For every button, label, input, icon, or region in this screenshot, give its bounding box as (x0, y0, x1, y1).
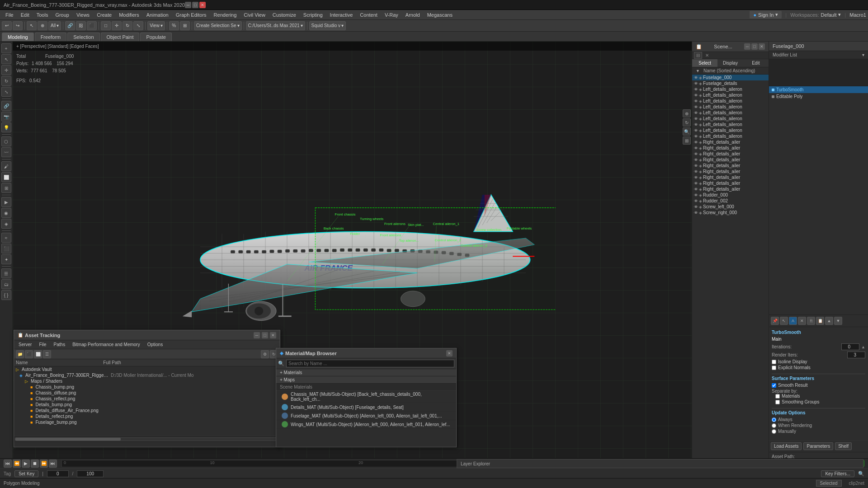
bind-button[interactable]: ⬛ (87, 21, 97, 30)
menu-arnold[interactable]: Arnold (402, 11, 424, 19)
menu-rendering[interactable]: Rendering (210, 11, 241, 19)
material-editor-btn[interactable]: ◈ (1, 219, 11, 229)
rp-delete-btn[interactable]: ✕ (798, 317, 806, 325)
asset-row-chassis-reflect[interactable]: ■ Chassis_reflect.png (14, 396, 280, 402)
prev-frame-btn[interactable]: ⏪ (13, 460, 21, 468)
iterations-input[interactable] (841, 343, 859, 350)
asset-row-details-bump[interactable]: ■ Details_bump.png (14, 402, 280, 408)
when-rendering-radio[interactable] (772, 423, 776, 428)
asset-menu-paths[interactable]: Paths (51, 342, 68, 347)
select-filter[interactable]: □ (101, 21, 111, 30)
tab-selection[interactable]: Selection (67, 33, 99, 41)
asset-row-details-reflect[interactable]: ■ Details_reflect.png (14, 413, 280, 419)
menu-scripting[interactable]: Scripting (300, 11, 326, 19)
material-chassis[interactable]: Chassis_MAT (Multi/Sub-Object) [Back_lef… (276, 391, 456, 403)
percent-btn[interactable]: % (169, 21, 179, 30)
environment-btn[interactable]: ◉ (1, 208, 11, 218)
rp-paste-btn[interactable]: 📋 (816, 317, 824, 325)
category-maps[interactable]: + Maps (276, 376, 456, 384)
unlink-button[interactable]: ⛓ (76, 21, 86, 30)
scene-tab-edit[interactable]: Edit (743, 59, 769, 67)
asset-hscrollbar-thumb[interactable] (15, 438, 121, 441)
shelf-btn[interactable]: Shelf (835, 442, 852, 450)
helper-btn[interactable]: ⬡ (1, 136, 11, 146)
rotate-btn[interactable]: ↻ (1, 76, 11, 86)
menu-content[interactable]: Content (356, 11, 381, 19)
link-button[interactable]: 🔗 (65, 21, 75, 30)
sign-in-button[interactable]: ● Sign In ▾ (750, 11, 782, 19)
workspace-dropdown[interactable]: ▾ (838, 12, 841, 18)
asset-menu-server[interactable]: Server (16, 342, 34, 347)
menu-edit[interactable]: Edit (17, 11, 33, 19)
modifier-turbosmooth[interactable]: TurboSmooth (769, 86, 868, 93)
paint-btn[interactable]: 🖌 (1, 161, 11, 171)
scene-panel-minimize[interactable]: ─ (744, 43, 750, 50)
rp-copy-btn[interactable]: ⎘ (807, 317, 815, 325)
maximize-button[interactable]: □ (192, 2, 198, 8)
isoline-checkbox[interactable] (772, 360, 776, 364)
move-button[interactable]: ✛ (112, 21, 122, 30)
close-button[interactable]: ✕ (199, 2, 206, 8)
menu-megascans[interactable]: Megascans (424, 11, 456, 19)
asset-row-fuselage-bump[interactable]: ■ Fuselage_bump.png (14, 419, 280, 425)
scene-item-right-4[interactable]: 👁 ◈ Right_details_ailer (692, 157, 769, 163)
visibility-icon[interactable]: 👁 (694, 75, 698, 80)
asset-row-vault[interactable]: ▷ Autodesk Vault (14, 366, 280, 372)
scene-item-left-details-3[interactable]: 👁 ◈ Left_details_aileron (692, 98, 769, 104)
selection-filter[interactable]: All▾ (48, 21, 61, 30)
tab-modeling[interactable]: Modeling (2, 33, 34, 41)
space-warp-btn[interactable]: 〰 (1, 147, 11, 157)
menu-customize[interactable]: Customize (269, 11, 300, 19)
total-frames[interactable]: 100 (77, 470, 104, 477)
scene-item-left-details-5[interactable]: 👁 ◈ Left_details_aileron (692, 110, 769, 116)
key-filters-btn[interactable]: Key Filters... (821, 470, 854, 477)
scene-filter-btn[interactable]: ⊟ (694, 52, 702, 59)
menu-modifiers[interactable]: Modifiers (115, 11, 143, 19)
explorer-btn[interactable]: 🗂 (1, 279, 11, 289)
frame-counter[interactable]: 0 (47, 470, 69, 477)
play-btn[interactable]: ▶ (22, 460, 30, 468)
scene-item-left-details-1[interactable]: 👁 ◈ Left_details_aileron (692, 86, 769, 92)
category-materials[interactable]: + Materials (276, 369, 456, 376)
snap-btn[interactable]: ⊞ (180, 21, 190, 30)
light-btn[interactable]: 💡 (1, 122, 11, 132)
material-wings[interactable]: Wings_MAT (Multi/Sub-Object) [Aileron_le… (276, 420, 456, 429)
asset-row-chassis-diffuse[interactable]: ■ Chassis_diffuse.png (14, 390, 280, 396)
vp-pan-btn[interactable]: ⊕ (683, 109, 691, 117)
load-assets-btn[interactable]: Load Assets (771, 442, 802, 450)
asset-tb-2[interactable]: ⬛ (25, 350, 33, 358)
curve-editor-btn[interactable]: ≈ (1, 233, 11, 243)
layer-explorer-title[interactable]: Layer Explorer (461, 461, 490, 466)
scene-item-fuselage-details[interactable]: 👁 ◈ Fuselage_details (692, 80, 769, 86)
file-path-display[interactable]: C:/Users/St..ds Max 2021▾ (246, 21, 305, 30)
manually-radio[interactable] (772, 429, 776, 434)
vp-zoom-btn[interactable]: 🔍 (683, 127, 691, 136)
scene-panel-close[interactable]: ✕ (759, 43, 765, 50)
rp-down-btn[interactable]: ▼ (834, 317, 842, 325)
scripting-btn[interactable]: { } (1, 290, 11, 300)
tab-populate[interactable]: Populate (140, 33, 171, 41)
scene-item-rudder-002[interactable]: 👁 ◈ Rudder_002 (692, 198, 769, 204)
asset-hscrollbar[interactable] (15, 437, 279, 441)
select-object-btn[interactable]: ↖ (1, 54, 11, 64)
create-selection-set[interactable]: Create Selection Se▾ (194, 21, 242, 30)
rp-cursor-btn[interactable]: ↖ (780, 317, 788, 325)
scene-tab-display[interactable]: Display (717, 59, 743, 67)
select-tool[interactable]: ↖ (27, 21, 37, 30)
parameters-btn[interactable]: Parameters (803, 442, 833, 450)
viewport-label[interactable]: View▾ (147, 21, 165, 30)
tab-object-paint[interactable]: Object Paint (101, 33, 140, 41)
scene-item-rudder-000[interactable]: 👁 ◈ Rudder_000 (692, 192, 769, 198)
move-btn[interactable]: ✛ (1, 65, 11, 75)
undo-button[interactable]: ↩ (2, 21, 12, 30)
scale-button[interactable]: ⤡ (133, 21, 143, 30)
vp-orbit-btn[interactable]: ↻ (683, 118, 691, 127)
rp-pin-btn[interactable]: 📌 (771, 317, 779, 325)
scene-item-right-1[interactable]: 👁 ◈ Right_details_ailer (692, 139, 769, 145)
select-region-btn[interactable]: ⬜ (1, 172, 11, 182)
iterations-spinner-up[interactable]: ▲ (861, 345, 865, 349)
scene-item-right-5[interactable]: 👁 ◈ Right_details_ailer (692, 163, 769, 169)
asset-row-maps[interactable]: ▷ Maps / Shaders (14, 378, 280, 384)
scene-item-right-2[interactable]: 👁 ◈ Right_details_ailer (692, 145, 769, 151)
always-radio[interactable] (772, 418, 776, 422)
